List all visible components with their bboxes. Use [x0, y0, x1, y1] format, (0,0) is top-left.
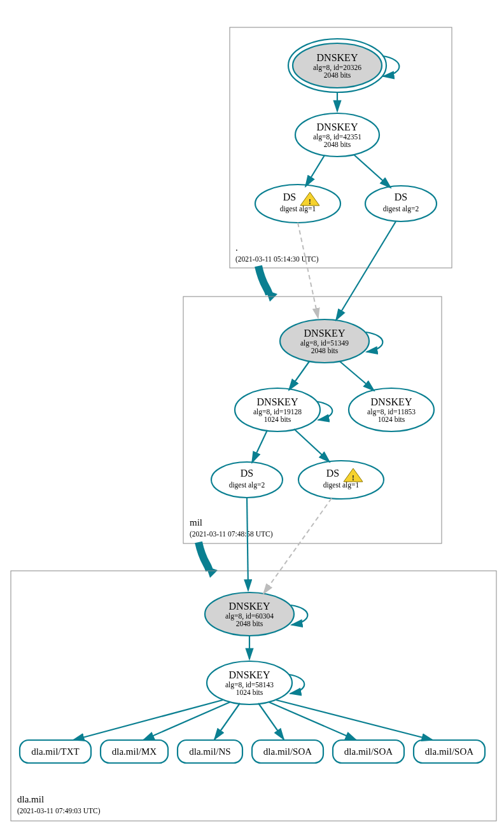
zone-mil: mil (2021-03-11 07:48:58 UTC) DNSKEY alg…	[183, 221, 442, 543]
svg-text:DNSKEY: DNSKEY	[257, 396, 298, 407]
svg-text:2048 bits: 2048 bits	[236, 620, 263, 627]
svg-text:DNSKEY: DNSKEY	[229, 669, 270, 680]
rr-mx: dla.mil/MX	[112, 746, 157, 757]
edge-root-zsk-ds2	[354, 155, 391, 188]
edge-milzsk1-ds2	[294, 429, 330, 462]
zone-root: . (2021-03-11 05:14:30 UTC) DNSKEY alg=8…	[230, 27, 452, 268]
svg-text:DNSKEY: DNSKEY	[304, 328, 346, 339]
rr-soa-1: dla.mil/SOA	[263, 746, 312, 757]
dnssec-graph: . (2021-03-11 05:14:30 UTC) DNSKEY alg=8…	[0, 0, 504, 840]
svg-text:2048 bits: 2048 bits	[324, 141, 351, 148]
svg-text:digest alg=2: digest alg=2	[383, 205, 419, 213]
svg-text:!: !	[352, 473, 354, 482]
svg-text:2048 bits: 2048 bits	[311, 347, 339, 354]
rr-soa-3: dla.mil/SOA	[425, 746, 473, 757]
svg-text:DNSKEY: DNSKEY	[317, 52, 358, 63]
svg-text:DS: DS	[326, 468, 339, 479]
edge-milksk-zsk2	[340, 361, 374, 391]
edge-ds1-milksk	[298, 223, 318, 318]
svg-text:!: !	[309, 197, 311, 206]
edge-ds2-milksk	[336, 221, 396, 320]
node-mil-ds2	[298, 461, 384, 499]
svg-text:DS: DS	[395, 192, 407, 202]
zone-mil-label: mil	[190, 517, 202, 528]
edge-milzsk1-ds1	[252, 430, 267, 463]
zone-arrow-root-mil	[258, 266, 269, 295]
edge-milds1-dlaksk	[247, 498, 248, 591]
svg-text:1024 bits: 1024 bits	[236, 689, 263, 696]
zone-mil-ts: (2021-03-11 07:48:58 UTC)	[190, 530, 273, 538]
edge-root-zsk-ds1	[305, 155, 325, 186]
node-root-ds1	[255, 185, 340, 223]
zone-arrow-mil-dla	[199, 542, 209, 571]
edge-milds2-dlaksk	[263, 498, 332, 594]
svg-text:DNSKEY: DNSKEY	[371, 396, 412, 407]
zone-dla-ts: (2021-03-11 07:49:03 UTC)	[17, 807, 101, 815]
svg-text:DNSKEY: DNSKEY	[229, 601, 270, 612]
rr-ns: dla.mil/NS	[189, 746, 230, 757]
svg-text:DNSKEY: DNSKEY	[317, 122, 358, 132]
zone-root-label: .	[235, 242, 238, 253]
svg-text:2048 bits: 2048 bits	[324, 71, 351, 79]
rr-soa-2: dla.mil/SOA	[344, 746, 393, 757]
edge-milksk-zsk1	[289, 361, 309, 390]
svg-text:DS: DS	[283, 192, 296, 202]
zone-dla: dla.mil (2021-03-11 07:49:03 UTC) DNSKEY…	[11, 498, 496, 821]
rr-txt: dla.mil/TXT	[31, 746, 79, 757]
svg-text:1024 bits: 1024 bits	[264, 416, 291, 423]
svg-text:digest alg=2: digest alg=2	[229, 481, 265, 489]
zone-dla-label: dla.mil	[17, 794, 44, 804]
rr-group: dla.mil/TXT dla.mil/MX dla.mil/NS dla.mi…	[20, 700, 485, 763]
svg-text:1024 bits: 1024 bits	[378, 416, 405, 423]
svg-text:DS: DS	[241, 468, 253, 479]
